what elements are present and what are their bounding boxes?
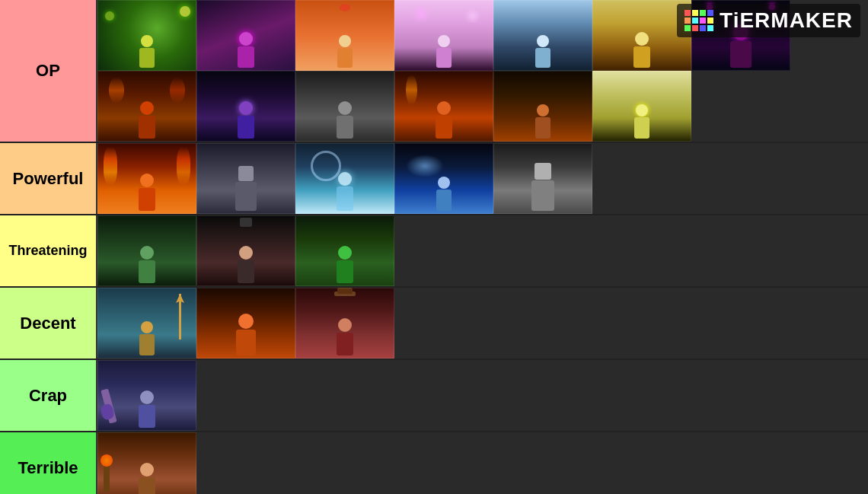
list-item: [196, 71, 295, 142]
tier-items-crap: [96, 360, 868, 431]
list-item: [295, 0, 394, 71]
list-item: [295, 215, 394, 286]
logo-grid-icon: [685, 10, 713, 31]
list-item: [394, 0, 493, 71]
list-item: [394, 143, 493, 214]
list-item: [493, 143, 592, 214]
tier-maker-container: TiER MAKER OP: [0, 0, 868, 494]
tier-row-powerful: Powerful: [0, 143, 868, 215]
tier-label-terrible: Terrible: [0, 432, 96, 494]
list-item: [97, 71, 196, 142]
tier-label-powerful: Powerful: [0, 143, 96, 214]
list-item: [196, 0, 295, 71]
tier-items-powerful: [96, 143, 868, 214]
list-item: [493, 0, 592, 71]
list-item: [295, 288, 394, 359]
list-item: [295, 71, 394, 142]
list-item: [97, 288, 196, 359]
list-item: [97, 215, 196, 286]
list-item: [196, 143, 295, 214]
tier-label-threatening: Threatening: [0, 215, 96, 286]
list-item: [394, 71, 493, 142]
tier-items-terrible: [96, 432, 868, 494]
tier-label-crap: Crap: [0, 360, 96, 431]
tier-row-decent: Decent: [0, 288, 868, 360]
list-item: [592, 71, 691, 142]
tier-table: OP: [0, 0, 868, 494]
tier-row-threatening: Threatening: [0, 215, 868, 288]
tier-items-decent: [96, 288, 868, 359]
list-item: [97, 360, 196, 431]
list-item: [97, 143, 196, 214]
tier-items-threatening: [96, 215, 868, 286]
tier-label-decent: Decent: [0, 288, 96, 359]
list-item: [295, 143, 394, 214]
tier-row-terrible: Terrible: [0, 432, 868, 494]
list-item: [196, 215, 295, 286]
tier-row-crap: Crap: [0, 360, 868, 432]
tiermaker-logo: TiER MAKER: [677, 4, 860, 37]
list-item: [493, 71, 592, 142]
list-item: [97, 0, 196, 71]
logo-text: TiER MAKER: [720, 8, 853, 33]
list-item: [196, 288, 295, 359]
list-item: [97, 432, 196, 494]
tier-label-op: OP: [0, 0, 96, 142]
